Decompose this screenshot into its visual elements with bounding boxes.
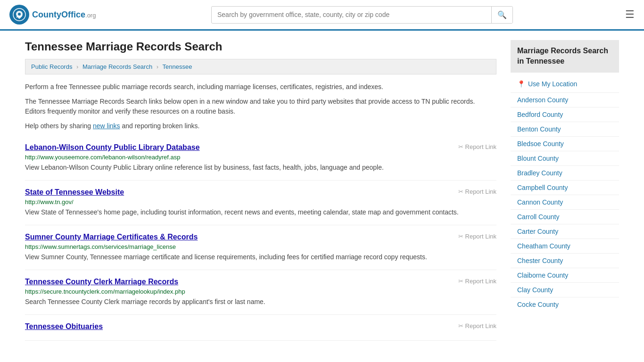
result-desc-3: Search Tennessee County Clerk marriage r…	[25, 297, 496, 307]
results-list: Lebanon-Wilson County Public Library Dat…	[25, 136, 496, 341]
county-link-0[interactable]: Anderson County	[511, 93, 619, 107]
result-header-3: Tennessee County Clerk Marriage Records …	[25, 278, 496, 288]
county-link-4[interactable]: Blount County	[511, 151, 619, 165]
county-link-6[interactable]: Campbell County	[511, 181, 619, 195]
scissors-icon-2: ✂	[458, 233, 463, 240]
result-desc-0: View Lebanon-Wilson County Public Librar…	[25, 163, 496, 173]
report-link-4[interactable]: ✂ Report Link	[458, 322, 496, 329]
result-url-0: http://www.youseemore.com/lebanon-wilson…	[25, 154, 496, 161]
svg-point-1	[18, 13, 21, 16]
result-url-3: https://secure.tncountyclerk.com/marriag…	[25, 288, 496, 295]
list-item: Chester County	[511, 253, 619, 268]
sidebar-header: Marriage Records Search in Tennessee	[511, 40, 619, 73]
county-link-1[interactable]: Bedford County	[511, 107, 619, 122]
logo-name: CountyOffice.org	[32, 10, 96, 20]
list-item: Bedford County	[511, 107, 619, 122]
county-link-8[interactable]: Carroll County	[511, 210, 619, 224]
new-links-link[interactable]: new links	[93, 122, 120, 130]
list-item: Anderson County	[511, 92, 619, 107]
list-item: Claiborne County	[511, 268, 619, 282]
county-link-7[interactable]: Cannon County	[511, 195, 619, 209]
list-item: Carter County	[511, 224, 619, 239]
breadcrumb-marriage-records[interactable]: Marriage Records Search	[83, 63, 152, 70]
result-header-0: Lebanon-Wilson County Public Library Dat…	[25, 143, 496, 154]
breadcrumb-public-records[interactable]: Public Records	[31, 63, 72, 70]
report-link-2[interactable]: ✂ Report Link	[458, 233, 496, 240]
page-container: Tennessee Marriage Records Search Public…	[16, 31, 628, 350]
main-content: Tennessee Marriage Records Search Public…	[25, 40, 496, 341]
hamburger-icon: ☰	[625, 8, 635, 20]
result-header-2: Sumner County Marriage Certificates & Re…	[25, 233, 496, 243]
result-item-4: Tennessee Obituaries ✂ Report Link	[25, 315, 496, 341]
county-link-14[interactable]: Cocke County	[511, 297, 619, 312]
breadcrumb-sep-2: ›	[157, 63, 158, 70]
report-link-3[interactable]: ✂ Report Link	[458, 278, 496, 285]
logo[interactable]: CountyOffice.org	[9, 5, 104, 25]
county-link-13[interactable]: Clay County	[511, 283, 619, 297]
report-link-1[interactable]: ✂ Report Link	[458, 188, 496, 195]
result-desc-2: View Sumner County, Tennessee marriage c…	[25, 252, 496, 262]
county-link-5[interactable]: Bradley County	[511, 166, 619, 180]
county-link-3[interactable]: Bledsoe County	[511, 137, 619, 151]
result-url-1: http://www.tn.gov/	[25, 198, 496, 206]
breadcrumb: Public Records › Marriage Records Search…	[25, 59, 496, 74]
county-link-2[interactable]: Benton County	[511, 122, 619, 136]
list-item: Campbell County	[511, 180, 619, 195]
list-item: Clay County	[511, 282, 619, 297]
breadcrumb-sep-1: ›	[76, 63, 78, 70]
location-pin-icon: 📍	[517, 80, 525, 88]
search-bar: 🔍	[211, 6, 513, 24]
result-title-4[interactable]: Tennessee Obituaries	[25, 322, 103, 331]
list-item: Cannon County	[511, 195, 619, 209]
scissors-icon-3: ✂	[458, 278, 463, 285]
page-title: Tennessee Marriage Records Search	[25, 40, 496, 53]
list-item: Carroll County	[511, 209, 619, 224]
search-button[interactable]: 🔍	[491, 7, 512, 23]
result-title-0[interactable]: Lebanon-Wilson County Public Library Dat…	[25, 143, 200, 152]
search-icon: 🔍	[497, 11, 507, 19]
county-link-12[interactable]: Claiborne County	[511, 268, 619, 282]
result-header-4: Tennessee Obituaries ✂ Report Link	[25, 322, 496, 333]
report-link-0[interactable]: ✂ Report Link	[458, 143, 496, 150]
description-1: Perform a free Tennessee public marriage…	[25, 82, 496, 92]
result-title-1[interactable]: State of Tennessee Website	[25, 188, 124, 197]
list-item: Cheatham County	[511, 239, 619, 253]
result-desc-1: View State of Tennessee's home page, inc…	[25, 207, 496, 217]
county-link-10[interactable]: Cheatham County	[511, 239, 619, 253]
site-header: CountyOffice.org 🔍 ☰	[0, 0, 644, 31]
scissors-icon-0: ✂	[458, 143, 463, 150]
result-url-2: https://www.sumnertags.com/services/marr…	[25, 243, 496, 250]
result-item-0: Lebanon-Wilson County Public Library Dat…	[25, 136, 496, 181]
menu-button[interactable]: ☰	[625, 8, 635, 21]
result-header-1: State of Tennessee Website ✂ Report Link	[25, 188, 496, 198]
result-title-2[interactable]: Sumner County Marriage Certificates & Re…	[25, 233, 198, 241]
scissors-icon-4: ✂	[458, 322, 463, 329]
logo-icon	[9, 5, 29, 25]
county-link-9[interactable]: Carter County	[511, 224, 619, 239]
sidebar: Marriage Records Search in Tennessee 📍 U…	[511, 40, 619, 341]
description-3: Help others by sharing new links and rep…	[25, 121, 496, 131]
result-item-1: State of Tennessee Website ✂ Report Link…	[25, 181, 496, 225]
list-item: Bledsoe County	[511, 136, 619, 151]
description-2: The Tennessee Marriage Records Search li…	[25, 97, 496, 116]
list-item: Blount County	[511, 151, 619, 165]
scissors-icon-1: ✂	[458, 188, 463, 195]
use-my-location[interactable]: 📍 Use My Location	[511, 77, 619, 90]
result-item-3: Tennessee County Clerk Marriage Records …	[25, 270, 496, 315]
county-link-11[interactable]: Chester County	[511, 254, 619, 268]
result-item-2: Sumner County Marriage Certificates & Re…	[25, 225, 496, 270]
breadcrumb-tennessee[interactable]: Tennessee	[163, 63, 192, 70]
list-item: Benton County	[511, 122, 619, 136]
county-list: Anderson County Bedford County Benton Co…	[511, 92, 619, 312]
search-input[interactable]	[212, 7, 491, 22]
list-item: Bradley County	[511, 165, 619, 180]
result-title-3[interactable]: Tennessee County Clerk Marriage Records	[25, 278, 178, 286]
list-item: Cocke County	[511, 297, 619, 312]
